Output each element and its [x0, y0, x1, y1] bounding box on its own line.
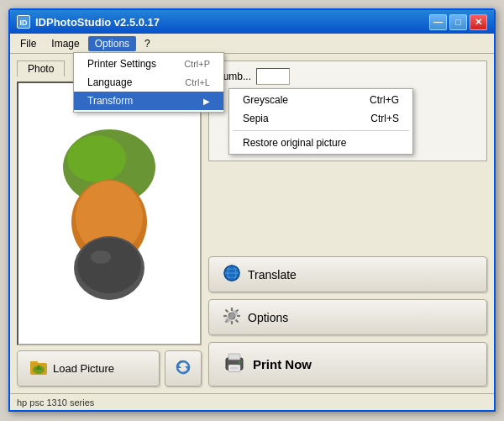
svg-rect-31: [228, 365, 240, 371]
svg-line-26: [226, 310, 228, 313]
transform-label: Transform: [87, 95, 133, 107]
menu-help[interactable]: ?: [138, 36, 157, 51]
menu-image[interactable]: Image: [45, 36, 86, 51]
print-now-label: Print Now: [253, 357, 312, 371]
greyscale-shortcut: Ctrl+G: [370, 94, 399, 106]
svg-rect-10: [30, 361, 38, 365]
photo-image: [34, 113, 185, 314]
bottom-buttons-row: Load Picture: [17, 350, 202, 387]
submenu-item-restore-original[interactable]: Restore original picture: [229, 134, 412, 152]
sepia-label: Sepia: [243, 113, 269, 124]
language-shortcut: Ctrl+L: [185, 77, 210, 87]
submenu-item-sepia[interactable]: Sepia Ctrl+S: [229, 109, 412, 128]
character-svg: [42, 121, 176, 306]
svg-point-3: [67, 135, 126, 182]
language-label: Language: [87, 76, 132, 88]
submenu-separator: [233, 130, 409, 131]
translate-button[interactable]: Translate: [208, 256, 487, 292]
status-bar: hp psc 1310 series: [10, 393, 494, 410]
dropdown-item-transform[interactable]: Transform ▶: [74, 92, 223, 110]
copies-input[interactable]: [256, 68, 290, 85]
svg-point-33: [239, 361, 241, 364]
svg-point-7: [77, 238, 141, 293]
print-now-button[interactable]: Print Now: [208, 342, 487, 387]
title-bar: ID IDPhotoStudio v2.5.0.17 — □ ✕: [10, 10, 494, 34]
window-title: IDPhotoStudio v2.5.0.17: [35, 16, 160, 29]
action-buttons: Translate: [208, 256, 487, 387]
options-label: Options: [248, 311, 288, 324]
app-icon: ID: [17, 15, 30, 29]
svg-rect-32: [228, 354, 240, 360]
svg-marker-14: [185, 366, 189, 371]
translate-label: Translate: [248, 268, 297, 282]
globe-icon: [223, 264, 241, 285]
svg-text:ID: ID: [20, 18, 29, 27]
submenu-item-greyscale[interactable]: Greyscale Ctrl+G: [229, 91, 412, 109]
close-button[interactable]: ✕: [470, 14, 487, 30]
status-text: hp psc 1310 series: [17, 397, 94, 408]
copies-row: Numb...: [216, 68, 480, 85]
svg-point-8: [91, 250, 111, 264]
gear-icon: [223, 307, 241, 328]
main-window: ID IDPhotoStudio v2.5.0.17 — □ ✕ File Im…: [8, 8, 496, 412]
options-button[interactable]: Options: [208, 299, 487, 335]
sepia-shortcut: Ctrl+S: [370, 113, 399, 124]
refresh-icon: [174, 358, 192, 379]
minimize-button[interactable]: —: [429, 14, 447, 30]
dropdown-item-language[interactable]: Language Ctrl+L: [74, 73, 223, 92]
transform-submenu: Greyscale Ctrl+G Sepia Ctrl+S Restore or…: [228, 88, 413, 155]
greyscale-label: Greyscale: [243, 94, 288, 106]
transform-arrow-icon: ▶: [203, 97, 210, 106]
folder-icon: [29, 358, 48, 379]
refresh-button[interactable]: [165, 350, 202, 387]
svg-line-27: [236, 320, 239, 323]
photo-frame: [17, 82, 202, 345]
title-bar-left: ID IDPhotoStudio v2.5.0.17: [17, 15, 160, 29]
dropdown-item-printer-settings[interactable]: Printer Settings Ctrl+P: [74, 55, 223, 73]
menu-options[interactable]: Options: [88, 36, 136, 51]
options-dropdown: Printer Settings Ctrl+P Language Ctrl+L …: [73, 52, 224, 113]
menu-file[interactable]: File: [13, 36, 43, 51]
restore-original-label: Restore original picture: [243, 137, 346, 149]
photo-tab[interactable]: Photo: [17, 61, 65, 76]
title-buttons: — □ ✕: [429, 14, 487, 30]
menu-bar: File Image Options ? Printer Settings Ct…: [10, 34, 494, 54]
printer-settings-label: Printer Settings: [87, 58, 156, 70]
printer-icon: [223, 351, 246, 377]
printer-settings-shortcut: Ctrl+P: [184, 59, 210, 69]
load-picture-button[interactable]: Load Picture: [17, 350, 160, 387]
load-picture-label: Load Picture: [53, 362, 114, 375]
maximize-button[interactable]: □: [449, 14, 467, 30]
